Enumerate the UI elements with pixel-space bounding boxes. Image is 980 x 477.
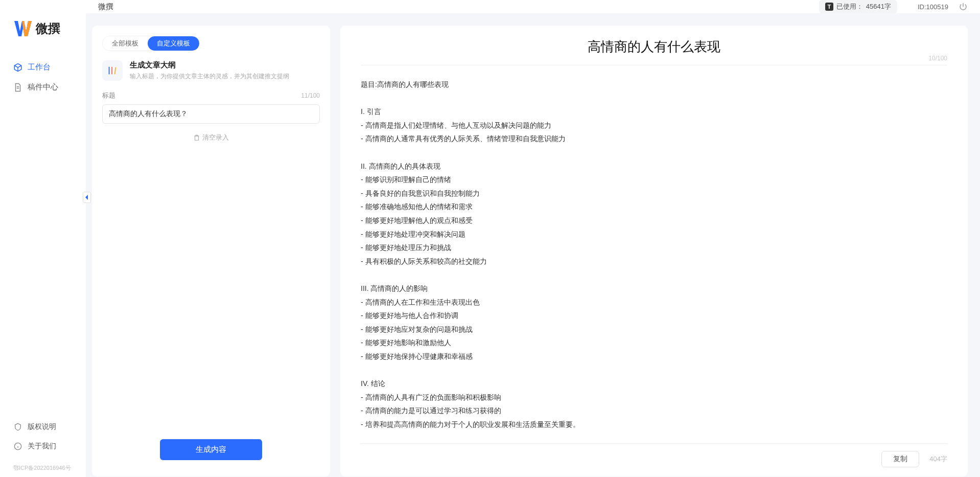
account-id: ID:100519: [918, 3, 948, 11]
nav-label: 工作台: [28, 62, 51, 72]
title-char-count-output: 10/100: [928, 55, 947, 62]
trash-icon: [193, 134, 200, 141]
nav-item-drafts[interactable]: 稿件中心: [0, 77, 86, 97]
template-description: 输入标题，为你提供文章主体的灵感，并为其创建推文提纲: [130, 72, 289, 81]
text-icon: T: [825, 3, 833, 11]
nav-label: 关于我们: [28, 442, 56, 451]
cube-icon: [13, 63, 22, 72]
copy-button[interactable]: 复制: [881, 451, 919, 467]
document-icon: [13, 83, 22, 92]
usage-badge: T 已使用： 45641字: [819, 0, 897, 13]
tab-custom-templates[interactable]: 自定义模板: [148, 36, 199, 51]
tab-all-templates[interactable]: 全部模板: [103, 36, 148, 51]
info-icon: [13, 442, 22, 451]
document-body[interactable]: 题目:高情商的人有哪些表现 I. 引言 - 高情商是指人们处理情绪、与他人互动以…: [361, 65, 947, 443]
template-icon: [102, 60, 123, 81]
icp-text: 鄂ICP备2022016946号: [0, 461, 86, 477]
sidebar: 微撰 工作台 稿件中心 版权说明: [0, 0, 86, 477]
usage-label: 已使用：: [836, 2, 863, 11]
brand-name: 微撰: [36, 20, 60, 37]
sidebar-collapse-button[interactable]: [83, 192, 91, 203]
document-title: 高情商的人有什么表现: [361, 38, 947, 56]
nav-label: 稿件中心: [28, 82, 58, 92]
title-field-label: 标题: [102, 91, 115, 100]
clear-label: 清空录入: [202, 133, 229, 142]
main-nav: 工作台 稿件中心: [0, 52, 86, 417]
generate-button[interactable]: 生成内容: [160, 439, 262, 460]
word-count: 404字: [929, 455, 947, 464]
power-icon[interactable]: [959, 2, 968, 11]
topbar: 微撰 T 已使用： 45641字 ID:100519: [86, 0, 980, 13]
usage-value: 45641字: [866, 2, 891, 11]
template-title: 生成文章大纲: [130, 60, 289, 70]
input-panel: 全部模板 自定义模板 生成文章大纲 输入标题，为你提供文章主体的灵感，并为其创建…: [92, 26, 330, 476]
bottom-nav: 版权说明 关于我们: [0, 417, 86, 461]
output-panel: 高情商的人有什么表现 10/100 题目:高情商的人有哪些表现 I. 引言 - …: [340, 26, 968, 476]
template-tabs: 全部模板 自定义模板: [102, 36, 200, 51]
clear-input-button[interactable]: 清空录入: [102, 133, 320, 142]
nav-item-copyright[interactable]: 版权说明: [0, 417, 86, 437]
template-card: 生成文章大纲 输入标题，为你提供文章主体的灵感，并为其创建推文提纲: [92, 60, 330, 91]
nav-item-about[interactable]: 关于我们: [0, 437, 86, 456]
nav-label: 版权说明: [28, 422, 56, 431]
shield-icon: [13, 422, 22, 431]
brand-logo: 微撰: [0, 0, 86, 52]
title-char-count: 11/100: [301, 92, 320, 99]
title-input[interactable]: [102, 104, 320, 124]
page-title: 微撰: [98, 2, 113, 12]
nav-item-workbench[interactable]: 工作台: [0, 57, 86, 77]
chevron-left-icon: [85, 195, 89, 200]
logo-icon: [14, 21, 32, 36]
